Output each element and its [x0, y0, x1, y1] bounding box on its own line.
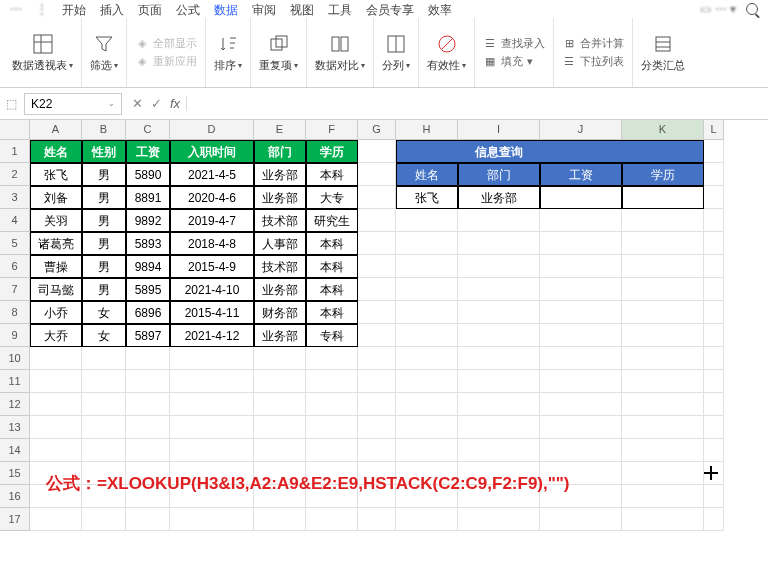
cell[interactable]: 本科 — [306, 232, 358, 255]
cell[interactable] — [458, 301, 540, 324]
menu-item-active[interactable]: 数据 — [214, 2, 238, 18]
cell[interactable]: 女 — [82, 324, 126, 347]
cell[interactable] — [704, 186, 724, 209]
cell[interactable] — [170, 508, 254, 531]
cell[interactable]: 2015-4-11 — [170, 301, 254, 324]
cell[interactable]: 男 — [82, 209, 126, 232]
row-header[interactable]: 5 — [0, 232, 30, 255]
cell[interactable]: 业务部 — [458, 186, 540, 209]
select-all-corner[interactable] — [0, 120, 30, 140]
cell[interactable]: 5890 — [126, 163, 170, 186]
cell[interactable]: 男 — [82, 186, 126, 209]
cell[interactable] — [396, 301, 458, 324]
row-header[interactable]: 16 — [0, 485, 30, 508]
col-header[interactable]: J — [540, 120, 622, 140]
row-header[interactable]: 17 — [0, 508, 30, 531]
validation-button[interactable]: 有效性▾ — [419, 18, 475, 87]
cancel-icon[interactable]: ✕ — [132, 96, 143, 111]
cell[interactable] — [82, 439, 126, 462]
cell[interactable]: 关羽 — [30, 209, 82, 232]
cell[interactable]: 张飞 — [30, 163, 82, 186]
row-header[interactable]: 2 — [0, 163, 30, 186]
cell[interactable]: 2015-4-9 — [170, 255, 254, 278]
cell[interactable] — [458, 324, 540, 347]
confirm-icon[interactable]: ✓ — [151, 96, 162, 111]
cell[interactable] — [358, 370, 396, 393]
cell[interactable] — [540, 301, 622, 324]
cell[interactable] — [704, 508, 724, 531]
cell[interactable]: 业务部 — [254, 163, 306, 186]
cell[interactable] — [358, 301, 396, 324]
cell[interactable] — [254, 439, 306, 462]
cell[interactable]: 业务部 — [254, 324, 306, 347]
cell[interactable] — [622, 393, 704, 416]
menu-extra[interactable]: ▭ ⋯ ▾ — [700, 2, 736, 16]
cell[interactable]: 本科 — [306, 163, 358, 186]
row-header[interactable]: 13 — [0, 416, 30, 439]
menu-item[interactable]: 公式 — [176, 2, 200, 18]
cell[interactable]: 9892 — [126, 209, 170, 232]
cell[interactable] — [396, 278, 458, 301]
duplicates-button[interactable]: 重复项▾ — [251, 18, 307, 87]
filter-button[interactable]: 筛选▾ — [82, 18, 127, 87]
cell[interactable] — [396, 232, 458, 255]
cell[interactable] — [622, 416, 704, 439]
cell[interactable] — [82, 393, 126, 416]
cell[interactable] — [358, 186, 396, 209]
cell[interactable] — [458, 347, 540, 370]
cell[interactable]: 人事部 — [254, 232, 306, 255]
cell[interactable]: 2019-4-7 — [170, 209, 254, 232]
cell[interactable] — [704, 232, 724, 255]
cell[interactable] — [358, 439, 396, 462]
cell[interactable] — [396, 416, 458, 439]
cell[interactable]: 张飞 — [396, 186, 458, 209]
cell[interactable] — [622, 485, 704, 508]
cell[interactable] — [396, 255, 458, 278]
cell[interactable] — [82, 508, 126, 531]
cell[interactable]: 部门 — [458, 163, 540, 186]
cell[interactable] — [82, 347, 126, 370]
cell[interactable]: 部门 — [254, 140, 306, 163]
cell[interactable]: 大乔 — [30, 324, 82, 347]
cell[interactable] — [540, 393, 622, 416]
cell[interactable] — [30, 347, 82, 370]
cell[interactable] — [306, 347, 358, 370]
cell[interactable] — [358, 508, 396, 531]
cell[interactable] — [704, 278, 724, 301]
cell[interactable]: 本科 — [306, 278, 358, 301]
col-header[interactable]: C — [126, 120, 170, 140]
cell[interactable] — [622, 370, 704, 393]
menu-item[interactable]: 开始 — [62, 2, 86, 18]
cell-merged[interactable] — [396, 140, 458, 163]
col-header[interactable]: B — [82, 120, 126, 140]
cell[interactable]: 技术部 — [254, 209, 306, 232]
compare-button[interactable]: 数据对比▾ — [307, 18, 374, 87]
cell[interactable]: 8891 — [126, 186, 170, 209]
cell[interactable] — [358, 416, 396, 439]
row-header[interactable]: 9 — [0, 324, 30, 347]
cell[interactable] — [358, 232, 396, 255]
cell[interactable] — [358, 255, 396, 278]
cell[interactable]: 2018-4-8 — [170, 232, 254, 255]
cell[interactable] — [358, 278, 396, 301]
cell[interactable]: 本科 — [306, 255, 358, 278]
cell[interactable] — [458, 393, 540, 416]
cell[interactable] — [170, 416, 254, 439]
cell[interactable] — [704, 324, 724, 347]
cell[interactable] — [704, 393, 724, 416]
col-header[interactable]: H — [396, 120, 458, 140]
cell[interactable] — [704, 370, 724, 393]
cell[interactable]: 5893 — [126, 232, 170, 255]
cell[interactable] — [458, 508, 540, 531]
formula-input[interactable] — [197, 88, 768, 119]
cell[interactable]: 财务部 — [254, 301, 306, 324]
row-header[interactable]: 6 — [0, 255, 30, 278]
cell[interactable] — [704, 439, 724, 462]
cell[interactable] — [306, 370, 358, 393]
cell[interactable] — [622, 508, 704, 531]
cell[interactable]: 性别 — [82, 140, 126, 163]
col-header[interactable]: G — [358, 120, 396, 140]
cell[interactable]: 研究生 — [306, 209, 358, 232]
row-header[interactable]: 7 — [0, 278, 30, 301]
col-header[interactable]: I — [458, 120, 540, 140]
